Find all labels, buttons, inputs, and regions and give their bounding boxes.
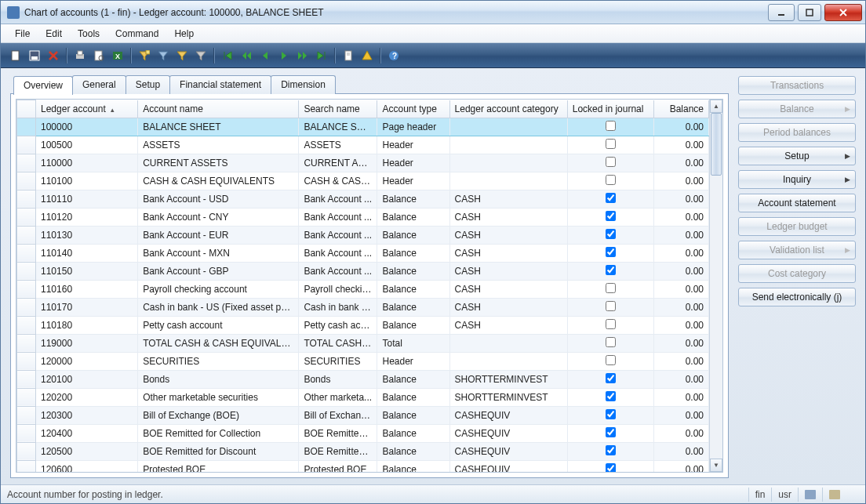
cell-ledger-account[interactable]: 120500 [36, 442, 138, 460]
cell-search-name[interactable]: Cash in bank - ... [299, 298, 377, 316]
print-icon[interactable] [71, 47, 89, 64]
table-row[interactable]: 120100BondsBondsBalanceSHORTTERMINVEST0.… [17, 370, 709, 388]
cell-category[interactable]: CASH [449, 244, 567, 262]
tab-overview[interactable]: Overview [13, 76, 73, 95]
cell-category[interactable] [449, 334, 567, 352]
cell-search-name[interactable]: Bill of Exchang... [299, 406, 377, 424]
table-row[interactable]: 120500BOE Remitted for DiscountBOE Remit… [17, 442, 709, 460]
cell-search-name[interactable]: CASH & CASH ... [299, 172, 377, 190]
cell-locked[interactable] [567, 424, 653, 442]
cell-search-name[interactable]: CURRENT ASSE... [299, 154, 377, 172]
col-search-name[interactable]: Search name [299, 100, 377, 118]
cell-locked[interactable] [567, 172, 653, 190]
cell-ledger-account[interactable]: 100000 [36, 118, 138, 136]
tab-setup[interactable]: Setup [126, 75, 170, 94]
cell-account-name[interactable]: Bonds [138, 370, 299, 388]
cell-locked[interactable] [567, 298, 653, 316]
cell-locked[interactable] [567, 136, 653, 154]
filter-by-selection-icon[interactable] [173, 47, 191, 64]
cell-category[interactable]: CASH [449, 262, 567, 280]
cell-ledger-account[interactable]: 110170 [36, 298, 138, 316]
table-row[interactable]: 119000TOTAL CASH & CASH EQUIVALENTSTOTAL… [17, 334, 709, 352]
cell-category[interactable]: CASH [449, 208, 567, 226]
cell-locked[interactable] [567, 190, 653, 208]
table-row[interactable]: 120200Other marketable securitiesOther m… [17, 388, 709, 406]
cell-balance[interactable]: 0.00 [653, 226, 708, 244]
row-header-col[interactable] [17, 100, 36, 118]
cell-ledger-account[interactable]: 110140 [36, 244, 138, 262]
next-record-icon[interactable] [275, 47, 293, 64]
cell-category[interactable] [449, 118, 567, 136]
cell-search-name[interactable]: Petty cash acc... [299, 316, 377, 334]
cell-balance[interactable]: 0.00 [653, 208, 708, 226]
cell-category[interactable]: CASHEQUIV [449, 442, 567, 460]
cell-search-name[interactable]: SECURITIES [299, 352, 377, 370]
cell-account-type[interactable]: Balance [377, 190, 449, 208]
cell-account-type[interactable]: Header [377, 352, 449, 370]
cell-balance[interactable]: 0.00 [653, 370, 708, 388]
cell-account-type[interactable]: Balance [377, 460, 449, 472]
col-locked[interactable]: Locked in journal [567, 100, 653, 118]
cell-category[interactable]: CASHEQUIV [449, 460, 567, 472]
col-ledger-category[interactable]: Ledger account category [449, 100, 567, 118]
cell-category[interactable]: SHORTTERMINVEST [449, 388, 567, 406]
cell-account-name[interactable]: Payroll checking account [138, 280, 299, 298]
cell-category[interactable]: CASH [449, 298, 567, 316]
cell-category[interactable]: CASH [449, 190, 567, 208]
btn-account-statement[interactable]: Account statement [738, 194, 856, 212]
cell-account-name[interactable]: CASH & CASH EQUIVALENTS [138, 172, 299, 190]
table-row[interactable]: 110180Petty cash accountPetty cash acc..… [17, 316, 709, 334]
locked-checkbox[interactable] [606, 193, 616, 203]
cell-balance[interactable]: 0.00 [653, 280, 708, 298]
cell-search-name[interactable]: Payroll checkin... [299, 280, 377, 298]
cell-category[interactable]: SHORTTERMINVEST [449, 370, 567, 388]
row-header[interactable] [17, 424, 36, 442]
cell-account-type[interactable]: Balance [377, 244, 449, 262]
cell-locked[interactable] [567, 442, 653, 460]
cell-balance[interactable]: 0.00 [653, 244, 708, 262]
cell-account-name[interactable]: Bank Account - USD [138, 190, 299, 208]
cell-ledger-account[interactable]: 120400 [36, 424, 138, 442]
locked-checkbox[interactable] [606, 319, 616, 329]
first-record-icon[interactable] [219, 47, 236, 64]
cell-account-name[interactable]: TOTAL CASH & CASH EQUIVALENTS [138, 334, 299, 352]
table-row[interactable]: 120000SECURITIESSECURITIESHeader0.00 [17, 352, 709, 370]
row-header[interactable] [17, 208, 36, 226]
menu-help[interactable]: Help [166, 26, 202, 42]
locked-checkbox[interactable] [606, 337, 616, 347]
btn-transactions[interactable]: Transactions [738, 76, 856, 95]
btn-period-balances[interactable]: Period balances [738, 123, 856, 142]
row-header[interactable] [17, 136, 36, 154]
cell-locked[interactable] [567, 388, 653, 406]
cell-search-name[interactable]: Bank Account ... [299, 226, 377, 244]
cell-ledger-account[interactable]: 110000 [36, 154, 138, 172]
last-record-icon[interactable] [313, 47, 330, 64]
table-row[interactable]: 120300Bill of Exchange (BOE)Bill of Exch… [17, 406, 709, 424]
row-header[interactable] [17, 154, 36, 172]
col-account-name[interactable]: Account name [138, 100, 299, 118]
btn-inquiry[interactable]: Inquiry▶ [738, 170, 856, 189]
cell-account-type[interactable]: Balance [377, 226, 449, 244]
cell-category[interactable] [449, 352, 567, 370]
cell-ledger-account[interactable]: 119000 [36, 334, 138, 352]
cell-locked[interactable] [567, 280, 653, 298]
cell-balance[interactable]: 0.00 [653, 442, 708, 460]
locked-checkbox[interactable] [606, 139, 616, 149]
cell-account-type[interactable]: Balance [377, 424, 449, 442]
row-header[interactable] [17, 460, 36, 472]
cell-search-name[interactable]: BOE Remitted f... [299, 424, 377, 442]
cell-balance[interactable]: 0.00 [653, 190, 708, 208]
cell-locked[interactable] [567, 334, 653, 352]
cell-ledger-account[interactable]: 110180 [36, 316, 138, 334]
row-header[interactable] [17, 316, 36, 334]
locked-checkbox[interactable] [606, 373, 616, 383]
cell-account-name[interactable]: Bank Account - CNY [138, 208, 299, 226]
cell-locked[interactable] [567, 262, 653, 280]
cell-ledger-account[interactable]: 120300 [36, 406, 138, 424]
table-row[interactable]: 110140Bank Account - MXNBank Account ...… [17, 244, 709, 262]
cell-category[interactable]: CASHEQUIV [449, 424, 567, 442]
table-row[interactable]: 110150Bank Account - GBPBank Account ...… [17, 262, 709, 280]
table-row[interactable]: 110110Bank Account - USDBank Account ...… [17, 190, 709, 208]
locked-checkbox[interactable] [606, 211, 616, 221]
cell-search-name[interactable]: Protested BOE [299, 460, 377, 472]
